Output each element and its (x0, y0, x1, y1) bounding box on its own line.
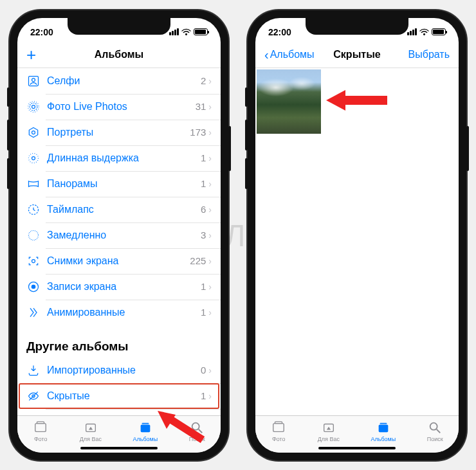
svg-line-21 (199, 429, 203, 433)
tab-photos[interactable]: Фото (33, 420, 48, 442)
import-icon (26, 363, 41, 377)
svg-rect-18 (141, 424, 151, 432)
chevron-left-icon: ‹ (264, 48, 269, 61)
row-label: Портреты (47, 127, 190, 138)
tab-for-you[interactable]: Для Вас (80, 420, 102, 442)
panorama-icon (26, 177, 41, 191)
row-label: Замедленно (47, 230, 201, 241)
tab-albums[interactable]: Альбомы (133, 420, 158, 442)
row-count: 1 (201, 178, 206, 189)
selfie-icon (26, 74, 41, 88)
tab-search[interactable]: Поиск (189, 420, 205, 442)
nav-bar: ‹ Альбомы Скрытые Выбрать (255, 42, 459, 68)
chevron-right-icon: › (208, 102, 212, 112)
nav-title: Скрытые (333, 49, 380, 60)
tab-label: Для Вас (80, 436, 102, 442)
battery-icon (194, 28, 208, 35)
album-row-live[interactable]: Фото Live Photos 31 › (17, 94, 221, 120)
search-tab-icon (427, 420, 443, 435)
album-row-recently-deleted[interactable]: Недавно удаленные 465 › (17, 409, 221, 415)
for-you-tab-icon (83, 420, 98, 435)
home-indicator[interactable] (80, 447, 158, 449)
svg-point-10 (32, 259, 35, 262)
chevron-right-icon: › (208, 204, 212, 215)
tab-photos[interactable]: Фото (271, 420, 286, 442)
phone-frame-left: 22:00 + Альбомы Селфи 2 › Фото Live Phot… (10, 10, 228, 460)
svg-point-12 (32, 284, 36, 289)
svg-point-20 (192, 423, 199, 430)
hidden-photos-grid[interactable] (255, 68, 459, 415)
album-row-screenrec[interactable]: Записи экрана 1 › (17, 274, 221, 300)
row-count: 1 (201, 390, 206, 401)
row-label: Снимки экрана (47, 255, 190, 267)
photos-tab-icon (271, 420, 286, 435)
svg-rect-16 (37, 422, 44, 424)
svg-rect-22 (273, 424, 284, 432)
chevron-right-icon: › (208, 179, 212, 189)
svg-rect-19 (142, 423, 149, 424)
long-exposure-icon (26, 151, 41, 165)
nav-title: Альбомы (95, 49, 144, 60)
add-button[interactable]: + (17, 42, 45, 68)
chevron-right-icon: › (208, 256, 212, 266)
photo-thumbnail[interactable] (257, 69, 321, 134)
svg-point-7 (29, 153, 39, 163)
timelapse-icon (26, 203, 41, 217)
svg-point-9 (29, 230, 39, 240)
tab-label: Фото (272, 436, 286, 442)
tab-albums[interactable]: Альбомы (371, 420, 396, 442)
status-time: 22:00 (30, 27, 53, 37)
svg-rect-26 (380, 423, 387, 424)
album-row-imported[interactable]: Импортированные 0 › (17, 357, 221, 383)
tab-for-you[interactable]: Для Вас (318, 420, 340, 442)
chevron-right-icon: › (208, 127, 212, 138)
row-count: 0 (201, 365, 206, 375)
album-row-slomo[interactable]: Замедленно 3 › (17, 222, 221, 248)
select-button[interactable]: Выбрать (399, 42, 459, 68)
for-you-tab-icon (321, 420, 336, 435)
home-indicator[interactable] (318, 447, 396, 449)
album-row-longexp[interactable]: Длинная выдержка 1 › (17, 145, 221, 171)
notch (68, 18, 170, 35)
tab-label: Для Вас (318, 436, 340, 442)
animated-icon (26, 305, 41, 320)
svg-point-2 (32, 105, 35, 108)
search-tab-icon (189, 420, 205, 435)
tab-label: Фото (34, 436, 48, 442)
chevron-right-icon: › (208, 153, 212, 163)
album-row-panoramas[interactable]: Панорамы 1 › (17, 171, 221, 197)
row-count: 173 (190, 127, 206, 138)
tab-search[interactable]: Поиск (427, 420, 443, 442)
album-row-portraits[interactable]: Портреты 173 › (17, 120, 221, 145)
annotation-arrow (326, 87, 387, 113)
album-row-animated[interactable]: Анимированные 1 › (17, 300, 221, 325)
row-count: 6 (201, 204, 206, 215)
wifi-icon (419, 28, 429, 36)
back-button[interactable]: ‹ Альбомы (255, 42, 324, 68)
screenshot-icon (26, 254, 41, 268)
chevron-right-icon: › (208, 76, 212, 86)
row-count: 1 (201, 281, 206, 292)
tab-label: Альбомы (371, 436, 396, 442)
row-label: Скрытые (47, 390, 201, 402)
signal-icon (407, 28, 417, 35)
row-count: 3 (201, 230, 206, 240)
album-row-screenshots[interactable]: Снимки экрана 225 › (17, 248, 221, 274)
row-label: Таймлапс (47, 204, 201, 215)
svg-point-3 (30, 103, 37, 111)
row-label: Импортированные (47, 365, 201, 376)
row-label: Анимированные (47, 307, 201, 318)
live-photos-icon (26, 100, 41, 114)
album-row-selfie[interactable]: Селфи 2 › (17, 68, 221, 94)
svg-rect-25 (379, 424, 389, 432)
back-label: Альбомы (270, 49, 315, 60)
albums-tab-icon (138, 420, 153, 435)
svg-point-1 (32, 78, 35, 81)
album-row-hidden[interactable]: Скрытые 1 › (17, 383, 221, 409)
album-row-timelapse[interactable]: Таймлапс 6 › (17, 197, 221, 222)
signal-icon (169, 28, 179, 35)
albums-list[interactable]: Селфи 2 › Фото Live Photos 31 › Портреты… (17, 68, 221, 415)
wifi-icon (181, 28, 191, 36)
tab-label: Поиск (189, 436, 205, 442)
svg-line-28 (437, 429, 441, 433)
